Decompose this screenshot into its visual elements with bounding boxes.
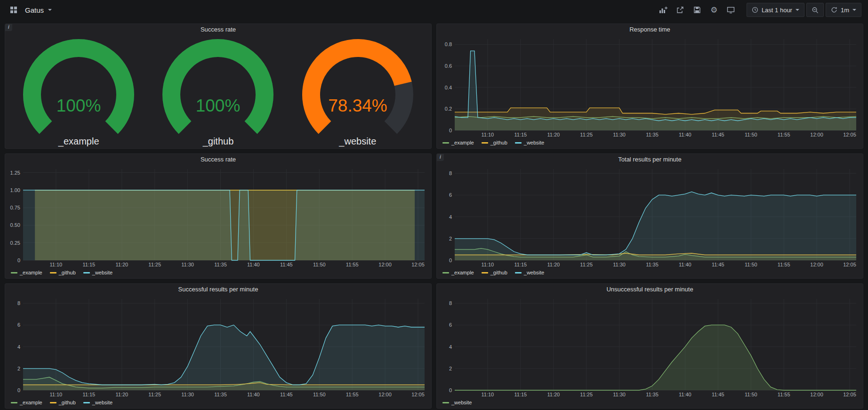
svg-text:11:10: 11:10	[482, 392, 494, 397]
svg-text:100%: 100%	[196, 96, 241, 115]
svg-text:11:25: 11:25	[580, 132, 593, 137]
svg-text:11:55: 11:55	[346, 392, 359, 397]
chart-canvas: 11:1011:1511:2011:2511:3011:3511:4011:45…	[437, 295, 863, 399]
legend-swatch	[83, 272, 90, 273]
legend-item-website[interactable]: _website	[442, 400, 472, 405]
panel-title[interactable]: Unsuccessful results per minute	[437, 284, 863, 295]
svg-text:11:10: 11:10	[50, 392, 63, 397]
svg-text:78.34%: 78.34%	[328, 96, 387, 115]
svg-text:11:20: 11:20	[115, 392, 128, 397]
legend-label: _example	[20, 400, 42, 405]
svg-text:11:45: 11:45	[712, 262, 724, 267]
svg-text:12:00: 12:00	[378, 262, 392, 267]
success-rate-chart[interactable]: 11:1011:1511:2011:2511:3011:3511:4011:45…	[5, 165, 431, 269]
svg-text:11:40: 11:40	[679, 132, 691, 137]
svg-text:11:35: 11:35	[646, 392, 659, 397]
svg-text:11:20: 11:20	[115, 262, 128, 267]
svg-text:11:55: 11:55	[778, 132, 790, 137]
legend-item-website[interactable]: _website	[515, 140, 544, 145]
legend-item-example[interactable]: _example	[442, 270, 474, 275]
panel-info-icon[interactable]: i	[5, 24, 12, 31]
legend-item-github[interactable]: _github	[50, 400, 76, 405]
legend-swatch	[442, 402, 449, 403]
panel-title[interactable]: Success rate	[5, 154, 431, 165]
cycle-view-button[interactable]	[724, 3, 738, 17]
svg-text:6: 6	[449, 192, 452, 198]
dashboards-grid-icon[interactable]	[7, 3, 21, 17]
panel-title[interactable]: Success rate	[5, 24, 431, 35]
gauge-arc: 100%	[13, 37, 145, 135]
settings-button[interactable]: ⚙	[707, 3, 721, 17]
svg-text:12:05: 12:05	[411, 392, 425, 397]
svg-text:11:45: 11:45	[280, 262, 293, 267]
svg-text:11:55: 11:55	[778, 392, 790, 397]
svg-text:11:55: 11:55	[778, 262, 790, 267]
legend-item-github[interactable]: _github	[50, 270, 76, 275]
panel-total-results: i Total results per minute 11:1011:1511:…	[436, 153, 863, 279]
gauge-github: 100%_github	[152, 37, 284, 147]
legend-item-example[interactable]: _example	[11, 270, 42, 275]
legend-label: _website	[524, 140, 544, 145]
refresh-icon	[831, 7, 837, 13]
legend-item-github[interactable]: _github	[482, 140, 507, 145]
svg-text:11:55: 11:55	[346, 262, 359, 267]
svg-text:11:40: 11:40	[679, 392, 691, 397]
svg-text:11:10: 11:10	[482, 262, 494, 267]
svg-text:11:50: 11:50	[313, 262, 326, 267]
time-range-label: Last 1 hour	[762, 7, 792, 14]
svg-text:0.50: 0.50	[10, 222, 20, 228]
legend-swatch	[11, 272, 17, 273]
svg-text:11:40: 11:40	[247, 392, 260, 397]
gauge-label: _github	[203, 136, 234, 147]
svg-text:0.4: 0.4	[445, 85, 452, 90]
zoom-out-button[interactable]	[806, 3, 824, 17]
svg-text:11:15: 11:15	[82, 392, 95, 397]
panel-response-time: Response time 11:1011:1511:2011:2511:301…	[436, 24, 863, 149]
unsuccessful-results-chart[interactable]: 11:1011:1511:2011:2511:3011:3511:4011:45…	[437, 295, 863, 399]
svg-text:12:00: 12:00	[810, 392, 823, 397]
legend-swatch	[83, 402, 90, 403]
legend-item-example[interactable]: _example	[442, 140, 474, 145]
panel-title[interactable]: Total results per minute	[437, 154, 863, 165]
panel-successful-results: Successful results per minute 11:1011:15…	[5, 283, 432, 409]
svg-text:11:15: 11:15	[514, 392, 527, 397]
legend-swatch	[482, 272, 488, 273]
gauge-arc: 100%	[152, 37, 284, 135]
svg-text:11:50: 11:50	[745, 262, 757, 267]
svg-text:11:30: 11:30	[613, 392, 626, 397]
legend-swatch	[442, 142, 449, 144]
dashboard-title[interactable]: Gatus	[25, 6, 44, 14]
svg-text:100%: 100%	[56, 96, 101, 115]
svg-text:12:05: 12:05	[843, 392, 856, 397]
svg-text:11:30: 11:30	[181, 392, 194, 397]
svg-text:11:15: 11:15	[82, 262, 95, 267]
refresh-picker[interactable]: 1m	[826, 3, 861, 17]
svg-text:0: 0	[449, 128, 452, 133]
add-panel-button[interactable]	[656, 3, 670, 17]
response-time-chart[interactable]: 11:1011:1511:2011:2511:3011:3511:4011:45…	[437, 35, 863, 139]
legend-swatch	[50, 272, 56, 273]
panel-info-icon[interactable]: i	[437, 154, 444, 161]
legend-item-website[interactable]: _website	[515, 270, 544, 275]
legend-label: _website	[92, 400, 113, 405]
dashboard-dropdown-caret[interactable]	[48, 9, 52, 11]
svg-text:11:25: 11:25	[148, 262, 161, 267]
chart-legend: _example_github_website	[5, 399, 431, 408]
successful-results-chart[interactable]: 11:1011:1511:2011:2511:3011:3511:4011:45…	[5, 295, 431, 399]
svg-text:0: 0	[449, 257, 452, 263]
legend-item-website[interactable]: _website	[83, 270, 113, 275]
share-button[interactable]	[673, 3, 687, 17]
save-button[interactable]	[690, 3, 704, 17]
time-range-picker[interactable]: Last 1 hour	[747, 3, 804, 17]
panel-title[interactable]: Response time	[437, 24, 863, 35]
svg-text:11:20: 11:20	[547, 132, 560, 137]
svg-text:11:35: 11:35	[214, 262, 227, 267]
panel-title[interactable]: Successful results per minute	[5, 284, 431, 295]
legend-item-website[interactable]: _website	[83, 400, 113, 405]
svg-text:12:00: 12:00	[810, 132, 823, 137]
svg-text:11:30: 11:30	[181, 262, 194, 267]
legend-item-github[interactable]: _github	[482, 270, 507, 275]
legend-item-example[interactable]: _example	[11, 400, 42, 405]
total-results-chart[interactable]: 11:1011:1511:2011:2511:3011:3511:4011:45…	[437, 165, 863, 269]
chart-legend: _website	[437, 399, 863, 408]
